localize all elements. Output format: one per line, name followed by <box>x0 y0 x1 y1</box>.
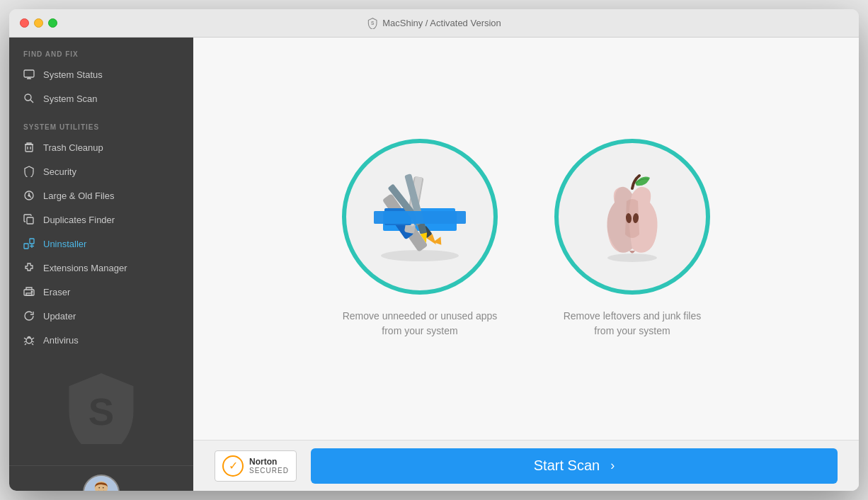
sidebar-item-extensions-manager[interactable]: Extensions Manager <box>9 256 193 280</box>
minimize-button[interactable] <box>34 18 43 28</box>
sidebar-spacer: S <box>9 352 193 465</box>
sidebar-item-label: Duplicates Finder <box>43 215 115 225</box>
shield-logo-icon: S <box>367 18 378 29</box>
sidebar-item-updater[interactable]: Updater <box>9 304 193 328</box>
trash-icon <box>23 142 35 153</box>
start-scan-button[interactable]: Start Scan › <box>311 448 838 484</box>
sidebar-item-uninstaller[interactable]: Uninstaller <box>9 232 193 256</box>
app-window: S MacShiny / Activated Version FIND AND … <box>9 9 859 491</box>
printer-icon <box>23 286 35 297</box>
sidebar-item-system-status[interactable]: System Status <box>9 62 193 86</box>
monitor-icon <box>23 69 35 80</box>
sidebar-item-system-scan[interactable]: System Scan <box>9 86 193 110</box>
maximize-button[interactable] <box>48 18 57 28</box>
svg-rect-19 <box>26 293 32 295</box>
sidebar-item-label: System Scan <box>43 93 98 104</box>
feature-circle-uninstaller <box>342 139 498 295</box>
refresh-icon <box>23 310 35 322</box>
svg-point-32 <box>103 487 104 489</box>
content-area: Remove unneeded or unused apps from your… <box>193 38 859 491</box>
svg-point-20 <box>31 291 33 292</box>
shield-icon <box>23 166 35 177</box>
svg-point-12 <box>28 195 30 196</box>
svg-point-33 <box>381 250 459 261</box>
files-icon <box>23 190 35 201</box>
sidebar-item-label: Updater <box>43 311 76 322</box>
sidebar-item-label: Eraser <box>43 287 70 297</box>
svg-line-22 <box>24 338 26 339</box>
sidebar-item-label: Security <box>43 166 76 177</box>
norton-checkmark-icon: ✓ <box>222 455 244 477</box>
sidebar-item-large-old-files[interactable]: Large & Old Files <box>9 183 193 208</box>
feature-card-uninstaller: Remove unneeded or unused apps from your… <box>342 139 498 339</box>
svg-rect-14 <box>24 244 28 249</box>
svg-line-27 <box>32 343 33 345</box>
svg-rect-15 <box>30 239 34 244</box>
window-title: MacShiny / Activated Version <box>382 18 501 28</box>
svg-line-24 <box>24 341 26 342</box>
svg-point-31 <box>98 487 100 489</box>
search-icon <box>23 93 35 104</box>
svg-rect-13 <box>27 217 33 224</box>
uninstaller-icon <box>23 238 35 249</box>
norton-brand: Norton <box>249 457 289 467</box>
title-bar-center: S MacShiny / Activated Version <box>367 18 501 29</box>
svg-text:S: S <box>88 390 114 433</box>
content-main: Remove unneeded or unused apps from your… <box>193 38 859 440</box>
sidebar-item-security[interactable]: Security <box>9 159 193 183</box>
sidebar: FIND AND FIX System Status <box>9 38 193 491</box>
feature-circle-leftover <box>554 139 710 295</box>
feature-card-leftover-desc: Remove leftovers and junk files from you… <box>554 309 710 339</box>
norton-text: Norton SECURED <box>249 457 289 475</box>
copy-icon <box>23 214 35 225</box>
system-utilities-section-label: SYSTEM UTILITIES <box>9 110 193 135</box>
title-bar: S MacShiny / Activated Version <box>9 9 859 38</box>
svg-line-5 <box>30 100 33 103</box>
bug-icon <box>23 334 35 346</box>
svg-rect-1 <box>24 70 34 77</box>
svg-text:S: S <box>371 21 375 25</box>
svg-point-50 <box>607 254 657 262</box>
sidebar-item-label: Extensions Manager <box>43 263 127 273</box>
sidebar-item-label: Uninstaller <box>43 239 86 249</box>
sidebar-item-label: Trash Cleanup <box>43 142 103 153</box>
start-scan-label: Start Scan <box>534 458 600 474</box>
arrow-icon: › <box>610 458 615 473</box>
svg-point-21 <box>26 338 32 343</box>
svg-line-25 <box>32 341 34 342</box>
close-button[interactable] <box>20 18 29 28</box>
find-and-fix-section-label: FIND AND FIX <box>9 38 193 62</box>
sidebar-user-area: Jameson Stathem Live Chat Support <box>9 465 193 491</box>
bottom-bar: ✓ Norton SECURED Start Scan › <box>193 440 859 491</box>
puzzle-icon <box>23 262 35 273</box>
sidebar-item-eraser[interactable]: Eraser <box>9 280 193 304</box>
svg-line-23 <box>32 338 34 339</box>
sidebar-item-label: System Status <box>43 69 103 80</box>
norton-badge: ✓ Norton SECURED <box>215 450 297 482</box>
sidebar-item-trash-cleanup[interactable]: Trash Cleanup <box>9 135 193 159</box>
traffic-lights <box>20 18 57 28</box>
watermark: S <box>9 352 193 465</box>
svg-rect-6 <box>25 144 33 152</box>
avatar <box>83 475 120 491</box>
svg-point-4 <box>25 94 31 101</box>
sidebar-item-duplicates-finder[interactable]: Duplicates Finder <box>9 208 193 232</box>
svg-rect-49 <box>374 211 466 224</box>
sidebar-item-antivirus[interactable]: Antivirus <box>9 328 193 352</box>
feature-card-uninstaller-desc: Remove unneeded or unused apps from your… <box>342 309 498 339</box>
sidebar-item-label: Large & Old Files <box>43 191 114 201</box>
norton-secured: SECURED <box>249 467 289 475</box>
main-layout: FIND AND FIX System Status <box>9 38 859 491</box>
feature-card-leftover: Remove leftovers and junk files from you… <box>554 139 710 339</box>
sidebar-item-label: Antivirus <box>43 335 79 346</box>
svg-line-26 <box>25 343 26 345</box>
